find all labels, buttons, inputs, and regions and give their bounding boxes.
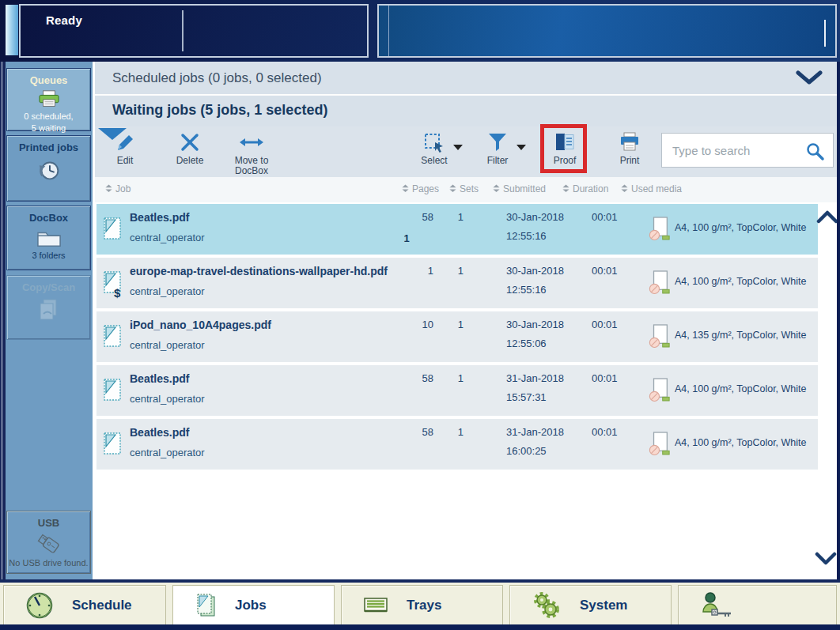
search-icon[interactable] <box>805 141 826 162</box>
operator-key-icon <box>699 590 734 621</box>
job-submitted-time: 12:55:16 <box>506 284 547 296</box>
scheduled-jobs-section-header[interactable]: Scheduled jobs (0 jobs, 0 selected) <box>95 62 837 96</box>
system-label: System <box>580 598 627 613</box>
job-used-media: A4, 100 g/m², TopColor, White <box>675 222 807 233</box>
screen-right-edge <box>837 62 840 579</box>
job-submitted-date: 30-Jan-2018 <box>506 211 564 223</box>
job-duration: 00:01 <box>592 211 618 223</box>
move-to-docbox-button[interactable]: Move to DocBox <box>225 132 278 176</box>
job-used-media: A4, 100 g/m², TopColor, White <box>675 437 807 448</box>
print-button[interactable]: Print <box>604 132 656 166</box>
sidebar-item-queues[interactable]: Queues 0 scheduled, 5 waiting <box>6 68 91 131</box>
printer-control-screen: Ready Queues 0 scheduled, 5 waiting Prin… <box>0 0 840 630</box>
job-row[interactable]: iPod_nano_10A4pages.pdf central_operator… <box>96 311 818 362</box>
job-duration: 00:01 <box>592 265 618 277</box>
schedule-label: Schedule <box>72 598 132 613</box>
sort-icon <box>449 184 456 193</box>
tab-operator-login[interactable] <box>678 585 837 625</box>
job-pages: 10 <box>403 319 433 330</box>
job-owner: central_operator <box>130 339 205 351</box>
media-icon <box>649 216 671 244</box>
job-name: Beatles.pdf <box>130 211 189 224</box>
job-owner: central_operator <box>130 447 205 458</box>
status-panel-left: Ready <box>19 4 369 58</box>
bottom-navigation: Schedule Jobs Trays <box>0 579 840 628</box>
sidebar-item-printed-jobs[interactable]: Printed jobs <box>6 135 91 202</box>
job-row[interactable]: Beatles.pdf central_operator 58 1 31-Jan… <box>96 419 818 470</box>
screen-bottom-edge <box>0 624 840 630</box>
delete-x-icon <box>164 132 216 154</box>
job-owner: central_operator <box>130 393 205 405</box>
job-submitted-time: 15:57:31 <box>506 391 547 403</box>
job-name: iPod_nano_10A4pages.pdf <box>130 319 271 331</box>
select-dropdown-caret-icon[interactable] <box>452 144 464 151</box>
printer-status-text: Ready <box>46 13 82 27</box>
tab-trays[interactable]: Trays <box>341 585 503 625</box>
move-to-docbox-label: Move to DocBox <box>225 156 278 176</box>
job-row[interactable]: Beatles.pdf central_operator 1 58 1 30-J… <box>96 204 818 255</box>
job-owner: central_operator <box>130 232 205 243</box>
job-document-icon <box>103 217 122 243</box>
delete-button[interactable]: Delete <box>164 132 216 166</box>
print-printer-icon <box>604 132 656 154</box>
edit-label: Edit <box>99 156 151 166</box>
column-header-job[interactable]: Job <box>105 183 131 194</box>
status-panel2-tick <box>824 20 826 47</box>
trays-label: Trays <box>407 598 441 613</box>
sidebar-item-docbox[interactable]: DocBox 3 folders <box>6 206 91 270</box>
print-label: Print <box>604 156 656 166</box>
delete-label: Delete <box>164 156 216 166</box>
job-used-media: A4, 135 g/m², TopColor, White <box>675 330 807 341</box>
filter-dropdown-caret-icon[interactable] <box>516 144 527 151</box>
job-pages: 58 <box>403 426 433 438</box>
proof-button[interactable]: Proof <box>539 132 591 166</box>
column-header-sets[interactable]: Sets <box>449 183 479 194</box>
filter-label: Filter <box>471 156 524 166</box>
job-duration: 00:01 <box>592 372 618 384</box>
queues-count-line1: 0 scheduled, <box>7 111 90 123</box>
status-panel-right <box>377 4 837 58</box>
column-header-used-media[interactable]: Used media <box>621 183 682 194</box>
waiting-jobs-section-header[interactable]: Waiting jobs (5 jobs, 1 selected) <box>95 96 837 126</box>
printed-jobs-label: Printed jobs <box>7 141 90 153</box>
job-used-media: A4, 100 g/m², TopColor, White <box>675 276 807 287</box>
scroll-up-icon[interactable] <box>816 210 838 224</box>
edit-pencil-icon <box>99 132 151 154</box>
job-row[interactable]: $ europe-map-travel-destinations-wallpap… <box>96 258 818 308</box>
jobs-list: Beatles.pdf central_operator 1 58 1 30-J… <box>96 204 818 473</box>
queues-label: Queues <box>7 74 90 86</box>
chevron-down-icon[interactable] <box>796 70 823 85</box>
jobs-table-header: Job Pages Sets Submitted Duration Used m… <box>95 177 837 202</box>
docbox-count: 3 folders <box>7 250 90 262</box>
media-icon <box>649 377 671 406</box>
tab-jobs[interactable]: Jobs <box>172 585 335 625</box>
main-area: Scheduled jobs (0 jobs, 0 selected) Wait… <box>95 62 837 579</box>
column-header-pages[interactable]: Pages <box>402 183 439 194</box>
docbox-folder-icon <box>35 227 63 249</box>
column-header-submitted[interactable]: Submitted <box>493 183 546 194</box>
media-icon <box>649 270 671 298</box>
job-sets: 1 <box>443 319 464 330</box>
tab-system[interactable]: System <box>509 585 672 625</box>
scroll-down-icon[interactable] <box>815 552 837 565</box>
scheduled-jobs-title: Scheduled jobs (0 jobs, 0 selected) <box>112 70 322 86</box>
status-panel-divider <box>182 10 184 51</box>
select-label: Select <box>408 156 460 166</box>
edit-button[interactable]: Edit <box>99 132 151 166</box>
job-document-icon <box>103 324 122 350</box>
job-sets: 1 <box>443 426 464 438</box>
usb-status: No USB drive found. <box>7 557 90 569</box>
usb-label: USB <box>7 517 90 529</box>
job-duration: 00:01 <box>592 426 618 438</box>
schedule-clock-icon <box>25 590 55 621</box>
job-submitted-time: 12:55:06 <box>506 338 547 349</box>
jobs-label: Jobs <box>235 598 267 613</box>
tab-schedule[interactable]: Schedule <box>3 585 166 625</box>
job-row[interactable]: Beatles.pdf central_operator 58 1 31-Jan… <box>96 365 818 416</box>
job-sets: 1 <box>443 211 464 223</box>
column-header-duration[interactable]: Duration <box>562 183 608 194</box>
sort-icon <box>493 184 500 193</box>
usb-drive-icon <box>36 532 62 556</box>
status-panel2-divider <box>388 6 389 56</box>
job-submitted-time: 12:55:16 <box>506 230 547 242</box>
